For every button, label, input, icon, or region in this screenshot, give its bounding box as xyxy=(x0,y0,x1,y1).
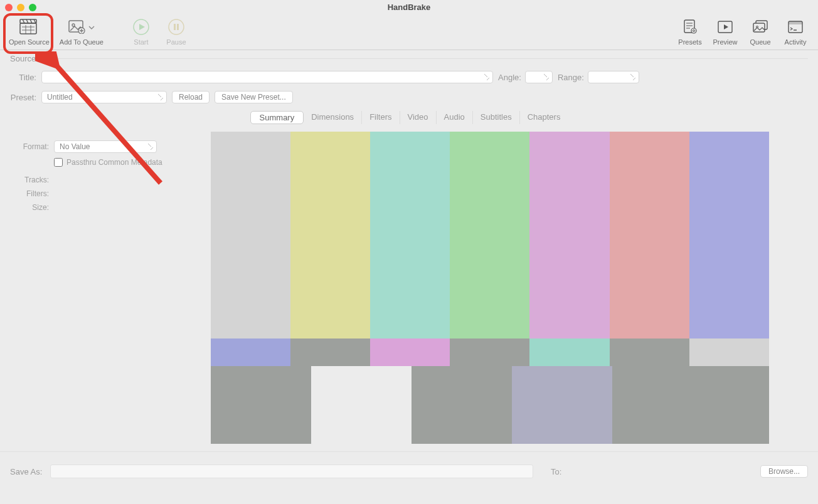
preview-label: Preview xyxy=(713,38,737,46)
preset-select[interactable]: Untitled xyxy=(41,91,167,103)
tab-filters[interactable]: Filters xyxy=(362,111,400,124)
add-to-queue-label: Add To Queue xyxy=(60,38,104,46)
stack-icon xyxy=(752,17,769,37)
size-label: Size: xyxy=(15,203,49,212)
window-title: HandBrake xyxy=(0,3,818,12)
clapperboard-icon xyxy=(19,17,38,37)
tab-video[interactable]: Video xyxy=(400,111,437,124)
to-label: To: xyxy=(551,467,561,476)
svg-point-6 xyxy=(169,19,184,34)
save-as-row: Save As: To: Browse... xyxy=(0,452,818,482)
queue-button[interactable]: Queue xyxy=(743,17,778,46)
presets-label: Presets xyxy=(678,38,701,46)
saveas-label: Save As: xyxy=(10,467,45,476)
activity-button[interactable]: Activity xyxy=(778,17,813,46)
add-to-queue-button[interactable]: Add To Queue xyxy=(55,17,109,46)
image-plus-icon xyxy=(68,19,86,36)
chevron-down-icon[interactable] xyxy=(88,23,95,32)
preview-button[interactable]: Preview xyxy=(708,17,743,46)
pause-icon xyxy=(168,17,184,37)
tab-bar: Summary Dimensions Filters Video Audio S… xyxy=(0,111,818,124)
start-label: Start xyxy=(134,38,148,46)
presets-button[interactable]: Presets xyxy=(672,17,708,46)
range-label: Range: xyxy=(558,73,584,82)
source-label: Source: xyxy=(10,54,38,63)
svg-rect-7 xyxy=(174,24,176,30)
tab-summary[interactable]: Summary xyxy=(250,111,304,124)
passthru-label: Passthru Common Metadata xyxy=(66,158,162,167)
play-icon xyxy=(133,17,149,37)
start-button[interactable]: Start xyxy=(124,17,159,46)
document-gear-icon xyxy=(682,17,698,37)
title-row: Title: Angle: Range: xyxy=(0,67,818,87)
preset-row: Preset: Untitled Reload Save New Preset.… xyxy=(0,87,818,107)
tab-subtitles[interactable]: Subtitles xyxy=(473,111,520,124)
svg-point-3 xyxy=(72,24,75,26)
svg-rect-8 xyxy=(177,24,179,30)
queue-label: Queue xyxy=(750,38,770,46)
range-select[interactable] xyxy=(588,71,639,83)
tab-audio[interactable]: Audio xyxy=(437,111,473,124)
image-play-icon xyxy=(717,17,733,37)
summary-left-column: Format: No Value Passthru Common Metadat… xyxy=(15,132,203,444)
close-window[interactable] xyxy=(5,4,13,11)
preview-image xyxy=(211,132,769,444)
title-select[interactable] xyxy=(41,71,493,83)
source-divider xyxy=(47,58,808,59)
tracks-label: Tracks: xyxy=(15,176,49,184)
titlebar: HandBrake xyxy=(0,0,818,14)
angle-label: Angle: xyxy=(498,73,521,82)
angle-select[interactable] xyxy=(525,71,553,83)
open-source-label: Open Source xyxy=(9,38,50,46)
pause-label: Pause xyxy=(166,38,186,46)
preset-label: Preset: xyxy=(10,93,36,102)
svg-rect-14 xyxy=(753,23,765,32)
svg-point-10 xyxy=(691,28,696,33)
filters-label: Filters: xyxy=(15,189,49,198)
terminal-icon xyxy=(787,17,804,37)
source-row: Source: xyxy=(0,50,818,67)
tab-dimensions[interactable]: Dimensions xyxy=(304,111,362,124)
pause-button[interactable]: Pause xyxy=(159,17,194,46)
title-label: Title: xyxy=(10,73,36,82)
svg-rect-0 xyxy=(20,23,36,34)
reload-button[interactable]: Reload xyxy=(172,91,210,103)
save-new-preset-button[interactable]: Save New Preset... xyxy=(215,91,293,103)
saveas-input[interactable] xyxy=(50,465,533,478)
tab-chapters[interactable]: Chapters xyxy=(520,111,568,124)
zoom-window[interactable] xyxy=(29,4,36,11)
passthru-checkbox[interactable] xyxy=(54,158,63,167)
toolbar: Open Source Add To Queue Start Pause Pre… xyxy=(0,14,818,50)
browse-button[interactable]: Browse... xyxy=(760,465,808,478)
activity-label: Activity xyxy=(785,38,807,46)
format-select[interactable]: No Value xyxy=(54,140,157,153)
summary-panel: Format: No Value Passthru Common Metadat… xyxy=(0,129,818,452)
format-label: Format: xyxy=(15,142,49,151)
svg-rect-17 xyxy=(789,21,802,24)
open-source-button[interactable]: Open Source xyxy=(4,17,55,46)
minimize-window[interactable] xyxy=(17,4,24,11)
